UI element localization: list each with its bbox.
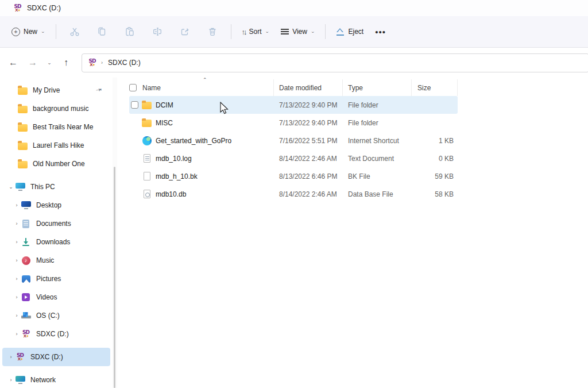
sort-button[interactable]: ↑↓ Sort ⌄ [236, 24, 276, 40]
view-button-label: View [292, 28, 307, 36]
folder-icon [17, 141, 28, 150]
up-button[interactable]: ↑ [57, 54, 75, 71]
file-row-mdb-10-log[interactable]: mdb_10.log 8/14/2022 2:46 AM Text Docume… [129, 149, 458, 167]
text-document-icon [141, 154, 152, 163]
network-icon [15, 375, 25, 385]
chevron-collapsed-icon[interactable]: › [13, 258, 21, 263]
new-button[interactable]: + New ⌄ [6, 24, 51, 40]
desktop-icon [21, 201, 31, 210]
sidebar-item-laurel-falls-hike[interactable]: Laurel Falls Hike [2, 136, 110, 155]
column-headers: Name ⌃ Date modified Type Size [129, 79, 458, 96]
documents-icon [21, 219, 31, 228]
sidebar-item-os-c[interactable]: › OS (C:) [2, 306, 110, 325]
sidebar-item-best-trails-near-me[interactable]: Best Trails Near Me [2, 118, 110, 136]
chevron-down-icon: ⌄ [41, 29, 45, 34]
forward-button[interactable]: → [24, 54, 41, 71]
sort-ascending-icon: ⌃ [203, 77, 207, 83]
sidebar-item-sdxc-d-selected[interactable]: › SDX✦ SDXC (D:) [2, 348, 110, 366]
breadcrumb-chevron-icon: › [101, 60, 103, 66]
copy-button[interactable] [91, 22, 113, 41]
see-more-button[interactable]: ••• [369, 27, 392, 37]
internet-shortcut-icon [141, 136, 152, 145]
chevron-collapsed-icon[interactable]: › [13, 276, 21, 282]
recent-locations-button[interactable]: ⌄ [44, 54, 55, 71]
generic-file-icon [141, 172, 152, 180]
this-pc-icon [15, 182, 25, 191]
share-button[interactable] [174, 22, 196, 41]
sidebar-item-documents[interactable]: › Documents [2, 214, 110, 233]
rename-button[interactable] [146, 22, 168, 41]
folder-icon [141, 101, 152, 109]
chevron-collapsed-icon[interactable]: › [7, 377, 15, 383]
chevron-collapsed-icon[interactable]: › [13, 239, 21, 245]
sidebar-item-downloads[interactable]: › Downloads [2, 233, 110, 251]
share-icon [179, 26, 191, 37]
file-row-misc[interactable]: MISC 7/13/2022 9:40 PM File folder [129, 114, 458, 132]
chevron-collapsed-icon[interactable]: › [13, 313, 21, 318]
sd-card-icon: SDX✦ [15, 352, 25, 362]
address-bar: ← → ⌄ ↑ SDX✦ › SDXC (D:) [0, 48, 588, 78]
chevron-expanded-icon[interactable]: ⌄ [7, 184, 15, 190]
folder-icon [17, 86, 28, 95]
chevron-collapsed-icon[interactable]: › [13, 202, 21, 208]
chevron-down-icon: ⌄ [311, 29, 315, 34]
sidebar-item-my-drive[interactable]: My Drive 📌︎ [2, 81, 110, 99]
address-box[interactable]: SDX✦ › SDXC (D:) [82, 53, 588, 72]
plus-circle-icon: + [11, 28, 20, 36]
eject-button[interactable]: Eject [330, 24, 369, 40]
sidebar-item-pictures[interactable]: › Pictures [2, 270, 110, 288]
title-bar: SDX✦ SDXC (D:) [0, 0, 588, 16]
view-lines-icon [281, 29, 289, 34]
sidebar-item-videos[interactable]: › Videos [2, 288, 110, 306]
clipboard-icon [124, 26, 136, 37]
sidebar-item-desktop[interactable]: › Desktop [2, 196, 110, 214]
chevron-collapsed-icon[interactable]: › [13, 331, 21, 337]
chevron-down-icon: ⌄ [265, 29, 270, 34]
select-all-checkbox[interactable] [129, 84, 137, 91]
sd-card-icon: SDX✦ [87, 58, 97, 68]
toolbar-separator [231, 24, 231, 39]
file-row-mdb10-db[interactable]: mdb10.db 8/14/2022 2:46 AM Data Base Fil… [129, 185, 458, 203]
row-checkbox[interactable] [131, 101, 138, 109]
column-header-type[interactable]: Type [343, 79, 412, 96]
back-button[interactable]: ← [5, 54, 22, 71]
cut-button[interactable] [64, 22, 86, 41]
toolbar-separator [56, 24, 56, 39]
window-title: SDXC (D:) [27, 4, 61, 12]
paste-button[interactable] [119, 22, 141, 41]
file-row-mdb-h-10-bk[interactable]: mdb_h_10.bk 8/13/2022 6:46 PM BK File 59… [129, 167, 458, 185]
sd-card-icon: SDX✦ [13, 3, 22, 13]
eject-button-label: Eject [348, 28, 363, 36]
chevron-collapsed-icon[interactable]: › [7, 354, 15, 360]
chevron-collapsed-icon[interactable]: › [13, 294, 21, 300]
file-explorer-window: SDX✦ SDXC (D:) + New ⌄ [0, 0, 588, 388]
file-row-get-started-with-gopro[interactable]: Get_started_with_GoPro 7/16/2022 5:51 PM… [129, 132, 458, 149]
file-row-dcim[interactable]: DCIM 7/13/2022 9:40 PM File folder [129, 96, 458, 114]
column-header-name[interactable]: Name ⌃ [129, 79, 274, 96]
rename-icon [152, 26, 163, 37]
sort-arrows-icon: ↑↓ [242, 28, 246, 36]
sort-button-label: Sort [249, 28, 262, 36]
main-area: My Drive 📌︎ background music Best Trails… [0, 78, 588, 388]
delete-button[interactable] [202, 22, 223, 41]
videos-icon [21, 293, 31, 302]
chevron-collapsed-icon[interactable]: › [13, 221, 21, 226]
folder-icon [141, 118, 152, 127]
sidebar-item-network[interactable]: › Network [2, 371, 110, 388]
sidebar-item-sdxc-d-under-this-pc[interactable]: › SDX✦ SDXC (D:) [2, 325, 110, 343]
sidebar-item-background-music[interactable]: background music [2, 99, 110, 118]
music-icon: ♪ [21, 256, 31, 265]
breadcrumb-item[interactable]: SDXC (D:) [107, 56, 142, 69]
navigation-pane: My Drive 📌︎ background music Best Trails… [0, 78, 113, 388]
database-file-icon [141, 190, 152, 198]
sidebar-item-music[interactable]: › ♪ Music [2, 251, 110, 270]
sidebar-item-old-number-one[interactable]: Old Number One [2, 155, 110, 173]
view-button[interactable]: View ⌄ [275, 24, 320, 40]
mouse-cursor [220, 102, 230, 117]
command-toolbar: + New ⌄ [0, 16, 588, 48]
column-header-size[interactable]: Size [412, 79, 458, 96]
column-header-date-modified[interactable]: Date modified [274, 79, 343, 96]
sidebar-item-this-pc[interactable]: ⌄ This PC [2, 178, 110, 196]
folder-icon [17, 122, 28, 132]
downloads-icon [21, 237, 31, 247]
